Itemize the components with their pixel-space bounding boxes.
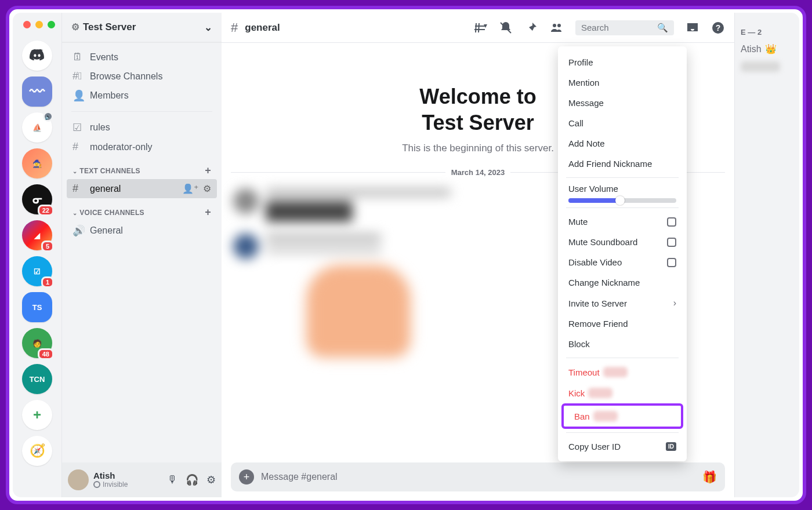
text-channels-header[interactable]: ⌄TEXT CHANNELS+ — [67, 156, 217, 179]
menu-add-friend-nickname[interactable]: Add Friend Nickname — [558, 154, 687, 174]
menu-ban[interactable]: Ban — [564, 406, 681, 427]
menu-timeout[interactable]: Timeout — [558, 362, 687, 382]
create-invite-icon[interactable]: 👤⁺ — [182, 183, 198, 194]
member-list-toggle-icon[interactable] — [550, 21, 564, 35]
server-tcn[interactable]: TCN — [22, 364, 52, 394]
menu-call[interactable]: Call — [558, 113, 687, 133]
channel-general[interactable]: #general👤⁺⚙ — [67, 179, 217, 198]
maximize-window-icon[interactable] — [48, 21, 55, 28]
notif-badge: 22 — [38, 205, 54, 216]
search-input[interactable]: Search🔍 — [575, 20, 674, 35]
discord-home-button[interactable] — [22, 41, 52, 71]
add-voice-channel-button[interactable]: + — [205, 206, 211, 218]
crown-icon: 👑 — [765, 43, 777, 54]
channel-title: general — [245, 22, 280, 34]
sidebar-item-members[interactable]: 👤Members — [67, 86, 217, 105]
menu-mute[interactable]: Mute — [558, 212, 687, 232]
boat-icon: ⛵ — [32, 123, 42, 132]
server-check[interactable]: ☑1 — [22, 256, 52, 286]
menu-invite-server[interactable]: Invite to Server› — [558, 293, 687, 314]
members-icon: 👤 — [72, 89, 84, 102]
mute-mic-button[interactable]: 🎙 — [167, 473, 177, 486]
pinned-messages-icon[interactable] — [524, 21, 538, 35]
message-composer[interactable]: + Message #general 🎁 — [231, 462, 725, 491]
server-p[interactable]: ᓂ22 — [22, 184, 52, 214]
notif-badge: 48 — [38, 348, 54, 360]
check-icon: ☑ — [34, 267, 41, 276]
channel-sidebar: ⚙Test Server ⌄ 🗓Events #⃣Browse Channels… — [61, 13, 222, 497]
channel-moderator-only[interactable]: #moderator-only — [67, 137, 217, 156]
attach-button[interactable]: + — [239, 469, 254, 485]
server-face[interactable]: 🧙 — [22, 148, 52, 178]
menu-block[interactable]: Block — [558, 334, 687, 354]
welcome-line2: Test Server — [422, 111, 534, 134]
menu-disable-video[interactable]: Disable Video — [558, 252, 687, 272]
chevron-down-icon: ⌄ — [204, 21, 212, 34]
svg-text:?: ? — [716, 23, 721, 32]
voice-channel-general[interactable]: 🔊General — [67, 221, 217, 241]
menu-mute-soundboard[interactable]: Mute Soundboard — [558, 232, 687, 252]
member-list: E — 2 Atish 👑 — [734, 13, 799, 497]
server-name: Test Server — [83, 21, 136, 32]
mod-label: moderator-only — [90, 142, 153, 152]
notifications-muted-icon[interactable] — [499, 21, 513, 35]
browse-label: Browse Channels — [90, 71, 162, 82]
close-window-icon[interactable] — [23, 21, 31, 28]
member-row[interactable]: Atish 👑 — [741, 43, 793, 54]
username-blurred — [603, 367, 628, 377]
deafen-button[interactable]: 🎧 — [186, 473, 198, 486]
channel-settings-icon[interactable]: ⚙ — [203, 183, 211, 194]
menu-copy-user-id[interactable]: Copy User IDID — [558, 436, 687, 457]
notif-badge: 1 — [41, 276, 54, 288]
username-blurred — [593, 411, 618, 421]
id-badge-icon: ID — [666, 442, 676, 451]
ban-highlight: Ban — [561, 403, 683, 429]
menu-user-volume[interactable]: User Volume — [558, 181, 687, 204]
search-placeholder: Search — [581, 23, 609, 32]
inbox-icon[interactable] — [686, 21, 699, 35]
self-username: Atish — [93, 471, 128, 481]
help-icon[interactable]: ? — [711, 21, 725, 35]
gift-button[interactable]: 🎁 — [702, 470, 717, 484]
user-settings-button[interactable]: ⚙ — [206, 473, 216, 486]
server-header[interactable]: ⚙Test Server ⌄ — [62, 13, 222, 43]
menu-separator — [566, 207, 679, 208]
hash-icon: # — [231, 20, 238, 35]
add-server-button[interactable]: + — [22, 400, 52, 430]
server-triangle[interactable]: ◢5 — [22, 220, 52, 250]
speaker-icon: 🔊 — [72, 224, 84, 237]
channel-topbar: # general Search🔍 ? — [222, 13, 734, 43]
menu-profile[interactable]: Profile — [558, 52, 687, 72]
server-boat[interactable]: 🔈⛵ — [22, 112, 52, 143]
menu-separator — [566, 432, 679, 433]
channel-rules[interactable]: ☑rules — [67, 118, 217, 137]
checkbox-icon[interactable] — [667, 238, 676, 247]
add-text-channel-button[interactable]: + — [205, 165, 211, 177]
discord-logo-icon — [28, 46, 46, 65]
menu-add-note[interactable]: Add Note — [558, 133, 687, 154]
server-green[interactable]: 🧑48 — [22, 328, 52, 358]
date-label: March 14, 2023 — [451, 168, 505, 177]
rules-icon: ☑ — [72, 121, 84, 134]
menu-mention[interactable]: Mention — [558, 72, 687, 93]
voice-channels-header[interactable]: ⌄VOICE CHANNELS+ — [67, 198, 217, 221]
menu-remove-friend[interactable]: Remove Friend — [558, 314, 687, 334]
checkbox-icon[interactable] — [667, 258, 676, 267]
threads-icon[interactable] — [473, 21, 487, 35]
explore-servers-button[interactable]: 🧭 — [22, 436, 52, 466]
hash-icon: # — [72, 183, 84, 195]
menu-message[interactable]: Message — [558, 93, 687, 113]
volume-slider[interactable] — [568, 198, 676, 203]
self-avatar[interactable] — [68, 469, 89, 490]
minimize-window-icon[interactable] — [35, 21, 43, 28]
server-ts[interactable]: TS — [22, 292, 52, 322]
checkbox-icon[interactable] — [667, 217, 676, 227]
sidebar-item-events[interactable]: 🗓Events — [67, 48, 217, 67]
member-row-blurred[interactable] — [741, 61, 793, 72]
sidebar-item-browse-channels[interactable]: #⃣Browse Channels — [67, 67, 217, 86]
divider — [71, 111, 212, 112]
menu-change-nickname[interactable]: Change Nickname — [558, 272, 687, 293]
search-icon: 🔍 — [657, 23, 668, 33]
menu-kick[interactable]: Kick — [558, 382, 687, 403]
server-mustache[interactable]: 〰 — [22, 76, 52, 107]
